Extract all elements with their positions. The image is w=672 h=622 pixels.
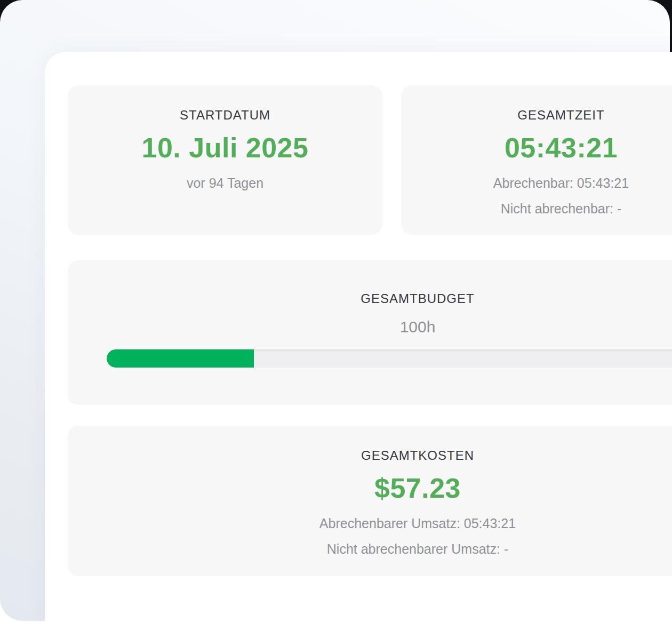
budget-progress-fill bbox=[107, 349, 254, 368]
total-time-card: GESAMTZEIT 05:43:21 Abrechenbar: 05:43:2… bbox=[401, 85, 672, 235]
total-budget-label: GESAMTBUDGET bbox=[361, 289, 474, 308]
total-budget-card: GESAMTBUDGET 100h bbox=[68, 260, 672, 405]
total-time-billable: Abrechenbar: 05:43:21 bbox=[493, 175, 629, 191]
total-cost-label: GESAMTKOSTEN bbox=[361, 446, 474, 465]
app-viewport: STARTDATUM 10. Juli 2025 vor 94 Tagen GE… bbox=[0, 0, 672, 622]
start-date-card: STARTDATUM 10. Juli 2025 vor 94 Tagen bbox=[68, 85, 382, 235]
total-time-value: 05:43:21 bbox=[505, 131, 618, 164]
total-cost-billable-revenue: Abrechenbarer Umsatz: 05:43:21 bbox=[319, 515, 516, 531]
start-date-relative: vor 94 Tagen bbox=[187, 175, 263, 191]
total-cost-card: GESAMTKOSTEN $57.23 Abrechenbarer Umsatz… bbox=[68, 426, 672, 576]
total-budget-hours: 100h bbox=[400, 318, 436, 336]
start-date-label: STARTDATUM bbox=[180, 106, 270, 125]
total-cost-non-billable-revenue: Nicht abrechenbarer Umsatz: - bbox=[327, 541, 508, 557]
total-cost-value: $57.23 bbox=[374, 472, 461, 505]
start-date-value: 10. Juli 2025 bbox=[142, 131, 309, 164]
main-panel: STARTDATUM 10. Juli 2025 vor 94 Tagen GE… bbox=[45, 52, 672, 622]
budget-progress-track bbox=[107, 349, 672, 368]
total-time-label: GESAMTZEIT bbox=[517, 106, 604, 125]
total-time-non-billable: Nicht abrechenbar: - bbox=[501, 201, 622, 217]
